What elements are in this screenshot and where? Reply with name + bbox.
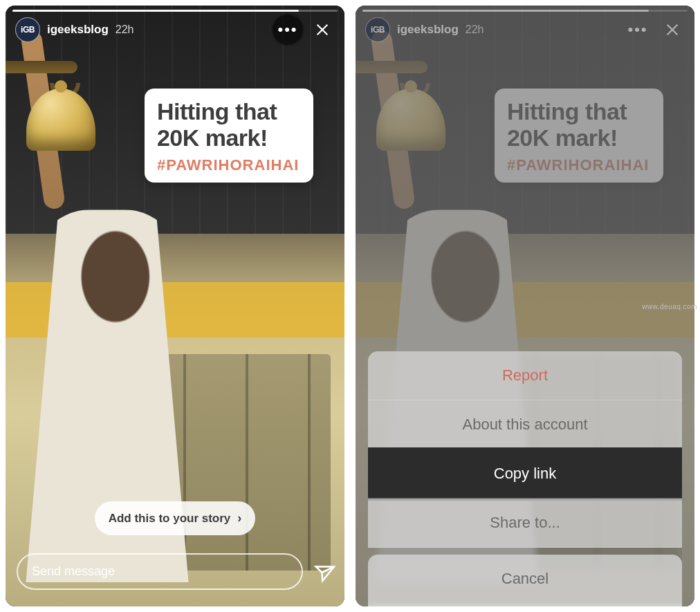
more-options-button[interactable]: ••• [273,15,303,45]
chevron-right-icon: › [237,511,241,526]
headline-line-1: Hitting that [157,98,301,124]
left-screenshot: Hitting that 20K mark! #PAWRIHORAIHAI iG… [6,6,344,606]
timestamp: 22h [466,24,484,36]
story-progress-bar [362,10,688,12]
action-cancel[interactable]: Cancel [368,555,682,606]
send-message-input[interactable]: Send message [17,553,303,590]
story-header: iGB igeeksblog 22h ••• [6,6,344,50]
close-button[interactable] [660,17,685,42]
headline-line-1: Hitting that [507,98,651,124]
hashtag-sticker[interactable]: #PAWRIHORAIHAI [157,156,301,174]
avatar[interactable]: iGB [365,17,390,42]
action-about-account[interactable]: About this account [368,400,682,449]
action-sheet: Report About this account Copy link Shar… [368,351,682,606]
username[interactable]: igeeksblog [47,23,109,37]
close-icon [315,22,330,37]
action-report[interactable]: Report [368,351,682,400]
username[interactable]: igeeksblog [397,23,459,37]
story-footer: Add this to your story › Send message [6,489,344,606]
close-icon [665,22,680,37]
headline-line-2: 20K mark! [157,124,301,151]
avatar[interactable]: iGB [15,17,40,42]
action-share-to[interactable]: Share to... [368,499,682,548]
timestamp: 22h [116,24,134,36]
story-progress-bar [12,10,338,12]
watermark: www.deuaq.com [642,302,697,310]
story-text-sticker: Hitting that 20K mark! #PAWRIHORAIHAI [145,89,313,183]
action-copy-link[interactable]: Copy link [368,449,682,499]
add-to-story-label: Add this to your story [109,512,231,526]
story-header: iGB igeeksblog 22h ••• [356,6,694,50]
hashtag-sticker: #PAWRIHORAIHAI [507,156,651,174]
more-options-button[interactable]: ••• [623,15,653,45]
close-button[interactable] [310,17,335,42]
headline-line-2: 20K mark! [507,124,651,151]
send-button[interactable] [313,562,333,582]
story-text-sticker: Hitting that 20K mark! #PAWRIHORAIHAI [495,89,663,183]
paper-plane-icon [310,558,336,584]
add-to-story-button[interactable]: Add this to your story › [95,501,256,535]
